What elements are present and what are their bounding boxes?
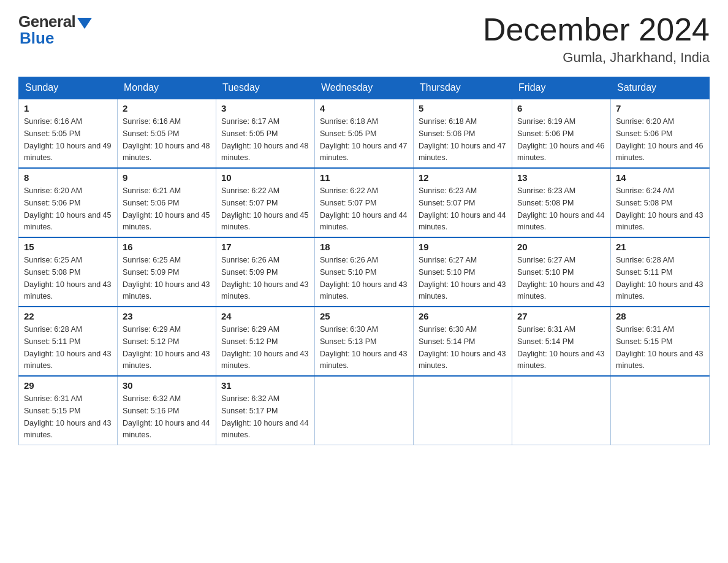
calendar-day-cell: 8Sunrise: 6:20 AMSunset: 5:06 PMDaylight…: [19, 168, 118, 237]
calendar-day-cell: [315, 376, 414, 445]
day-number: 28: [616, 311, 704, 321]
day-number: 3: [221, 103, 309, 113]
calendar-day-cell: 24Sunrise: 6:29 AMSunset: 5:12 PMDayligh…: [216, 307, 315, 376]
day-number: 10: [221, 172, 309, 183]
day-number: 9: [123, 172, 211, 183]
logo-arrow-icon: [77, 18, 92, 29]
day-number: 11: [320, 172, 408, 183]
day-number: 31: [221, 380, 309, 391]
calendar-week-row: 22Sunrise: 6:28 AMSunset: 5:11 PMDayligh…: [19, 307, 710, 376]
calendar-day-cell: 18Sunrise: 6:26 AMSunset: 5:10 PMDayligh…: [315, 237, 414, 307]
day-info: Sunrise: 6:22 AMSunset: 5:07 PMDaylight:…: [221, 186, 308, 231]
day-number: 2: [123, 103, 211, 113]
calendar-day-cell: 14Sunrise: 6:24 AMSunset: 5:08 PMDayligh…: [611, 168, 710, 237]
day-number: 30: [123, 380, 211, 391]
calendar-day-cell: 10Sunrise: 6:22 AMSunset: 5:07 PMDayligh…: [216, 168, 315, 237]
day-number: 23: [123, 311, 211, 321]
day-info: Sunrise: 6:23 AMSunset: 5:07 PMDaylight:…: [419, 186, 506, 231]
day-header-saturday: Saturday: [611, 77, 710, 99]
day-number: 7: [616, 103, 704, 113]
day-info: Sunrise: 6:31 AMSunset: 5:15 PMDaylight:…: [616, 325, 703, 370]
day-number: 8: [24, 172, 112, 183]
calendar-day-cell: 31Sunrise: 6:32 AMSunset: 5:17 PMDayligh…: [216, 376, 315, 445]
day-header-wednesday: Wednesday: [315, 77, 414, 99]
day-number: 6: [517, 103, 605, 113]
day-number: 4: [320, 103, 408, 113]
day-number: 25: [320, 311, 408, 321]
calendar-day-cell: 7Sunrise: 6:20 AMSunset: 5:06 PMDaylight…: [611, 99, 710, 168]
calendar-day-cell: 11Sunrise: 6:22 AMSunset: 5:07 PMDayligh…: [315, 168, 414, 237]
day-info: Sunrise: 6:17 AMSunset: 5:05 PMDaylight:…: [221, 117, 308, 162]
location-text: Gumla, Jharkhand, India: [483, 50, 710, 66]
day-info: Sunrise: 6:30 AMSunset: 5:13 PMDaylight:…: [320, 325, 407, 370]
calendar-day-cell: 16Sunrise: 6:25 AMSunset: 5:09 PMDayligh…: [118, 237, 216, 307]
calendar-week-row: 15Sunrise: 6:25 AMSunset: 5:08 PMDayligh…: [19, 237, 710, 307]
calendar-day-cell: 12Sunrise: 6:23 AMSunset: 5:07 PMDayligh…: [414, 168, 512, 237]
day-info: Sunrise: 6:25 AMSunset: 5:08 PMDaylight:…: [24, 256, 111, 301]
calendar-day-cell: [512, 376, 611, 445]
day-info: Sunrise: 6:32 AMSunset: 5:16 PMDaylight:…: [123, 394, 210, 439]
day-info: Sunrise: 6:21 AMSunset: 5:06 PMDaylight:…: [123, 186, 210, 231]
day-number: 5: [419, 103, 507, 113]
calendar-week-row: 29Sunrise: 6:31 AMSunset: 5:15 PMDayligh…: [19, 376, 710, 445]
calendar-day-cell: 30Sunrise: 6:32 AMSunset: 5:16 PMDayligh…: [118, 376, 216, 445]
calendar-day-cell: 17Sunrise: 6:26 AMSunset: 5:09 PMDayligh…: [216, 237, 315, 307]
calendar-day-cell: 25Sunrise: 6:30 AMSunset: 5:13 PMDayligh…: [315, 307, 414, 376]
calendar-week-row: 8Sunrise: 6:20 AMSunset: 5:06 PMDaylight…: [19, 168, 710, 237]
calendar-day-cell: 28Sunrise: 6:31 AMSunset: 5:15 PMDayligh…: [611, 307, 710, 376]
day-number: 17: [221, 242, 309, 252]
page-header: General Blue December 2024 Gumla, Jharkh…: [18, 12, 710, 66]
day-info: Sunrise: 6:20 AMSunset: 5:06 PMDaylight:…: [24, 186, 111, 231]
day-header-tuesday: Tuesday: [216, 77, 315, 99]
calendar-day-cell: [414, 376, 512, 445]
calendar-day-cell: 5Sunrise: 6:18 AMSunset: 5:06 PMDaylight…: [414, 99, 512, 168]
day-number: 16: [123, 242, 211, 252]
logo: General Blue: [18, 12, 92, 48]
calendar-day-cell: 19Sunrise: 6:27 AMSunset: 5:10 PMDayligh…: [414, 237, 512, 307]
day-number: 14: [616, 172, 704, 183]
day-number: 1: [24, 103, 112, 113]
day-info: Sunrise: 6:16 AMSunset: 5:05 PMDaylight:…: [123, 117, 210, 162]
day-info: Sunrise: 6:28 AMSunset: 5:11 PMDaylight:…: [24, 325, 111, 370]
day-info: Sunrise: 6:22 AMSunset: 5:07 PMDaylight:…: [320, 186, 407, 231]
day-number: 18: [320, 242, 408, 252]
day-info: Sunrise: 6:25 AMSunset: 5:09 PMDaylight:…: [123, 256, 210, 301]
calendar-day-cell: 27Sunrise: 6:31 AMSunset: 5:14 PMDayligh…: [512, 307, 611, 376]
day-number: 22: [24, 311, 112, 321]
day-number: 29: [24, 380, 112, 391]
day-info: Sunrise: 6:29 AMSunset: 5:12 PMDaylight:…: [221, 325, 308, 370]
calendar-day-cell: 4Sunrise: 6:18 AMSunset: 5:05 PMDaylight…: [315, 99, 414, 168]
calendar-day-cell: 23Sunrise: 6:29 AMSunset: 5:12 PMDayligh…: [118, 307, 216, 376]
calendar-week-row: 1Sunrise: 6:16 AMSunset: 5:05 PMDaylight…: [19, 99, 710, 168]
day-info: Sunrise: 6:27 AMSunset: 5:10 PMDaylight:…: [517, 256, 604, 301]
calendar-day-cell: 26Sunrise: 6:30 AMSunset: 5:14 PMDayligh…: [414, 307, 512, 376]
calendar-day-cell: 9Sunrise: 6:21 AMSunset: 5:06 PMDaylight…: [118, 168, 216, 237]
day-header-monday: Monday: [118, 77, 216, 99]
calendar-day-cell: 20Sunrise: 6:27 AMSunset: 5:10 PMDayligh…: [512, 237, 611, 307]
day-info: Sunrise: 6:18 AMSunset: 5:06 PMDaylight:…: [419, 117, 506, 162]
calendar-day-cell: [611, 376, 710, 445]
day-info: Sunrise: 6:29 AMSunset: 5:12 PMDaylight:…: [123, 325, 210, 370]
calendar-day-cell: 1Sunrise: 6:16 AMSunset: 5:05 PMDaylight…: [19, 99, 118, 168]
calendar-table: SundayMondayTuesdayWednesdayThursdayFrid…: [18, 77, 710, 445]
calendar-day-cell: 21Sunrise: 6:28 AMSunset: 5:11 PMDayligh…: [611, 237, 710, 307]
day-info: Sunrise: 6:27 AMSunset: 5:10 PMDaylight:…: [419, 256, 506, 301]
day-info: Sunrise: 6:18 AMSunset: 5:05 PMDaylight:…: [320, 117, 407, 162]
day-number: 20: [517, 242, 605, 252]
day-number: 21: [616, 242, 704, 252]
calendar-day-cell: 29Sunrise: 6:31 AMSunset: 5:15 PMDayligh…: [19, 376, 118, 445]
day-number: 27: [517, 311, 605, 321]
logo-blue-text: Blue: [20, 29, 54, 48]
day-info: Sunrise: 6:28 AMSunset: 5:11 PMDaylight:…: [616, 256, 703, 301]
day-info: Sunrise: 6:31 AMSunset: 5:14 PMDaylight:…: [517, 325, 604, 370]
calendar-day-cell: 15Sunrise: 6:25 AMSunset: 5:08 PMDayligh…: [19, 237, 118, 307]
calendar-day-cell: 22Sunrise: 6:28 AMSunset: 5:11 PMDayligh…: [19, 307, 118, 376]
calendar-day-cell: 13Sunrise: 6:23 AMSunset: 5:08 PMDayligh…: [512, 168, 611, 237]
day-info: Sunrise: 6:16 AMSunset: 5:05 PMDaylight:…: [24, 117, 111, 162]
day-info: Sunrise: 6:32 AMSunset: 5:17 PMDaylight:…: [221, 394, 308, 439]
title-block: December 2024 Gumla, Jharkhand, India: [483, 12, 710, 66]
day-info: Sunrise: 6:19 AMSunset: 5:06 PMDaylight:…: [517, 117, 604, 162]
day-number: 24: [221, 311, 309, 321]
day-header-thursday: Thursday: [414, 77, 512, 99]
day-info: Sunrise: 6:24 AMSunset: 5:08 PMDaylight:…: [616, 186, 703, 231]
